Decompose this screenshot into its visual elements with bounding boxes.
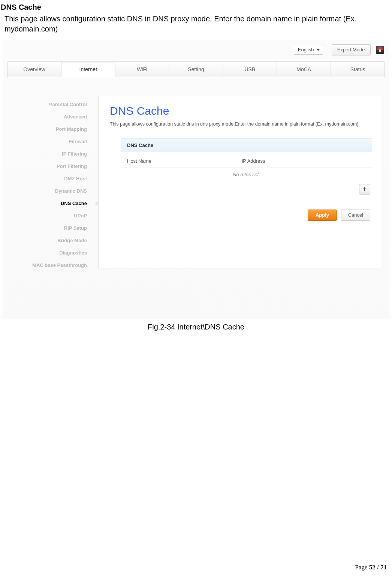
tab-setting[interactable]: Setting (169, 62, 223, 77)
page-footer: Page 52 / 71 (355, 564, 387, 571)
sidebar-item-diagnostics[interactable]: Diagnostics (3, 247, 98, 259)
tab-status[interactable]: Status (331, 62, 385, 77)
page-current: 52 (369, 564, 376, 571)
sidebar: Parental Control Advanced Port Mapping F… (3, 96, 98, 271)
language-select[interactable]: English (294, 45, 323, 55)
main-panel: DNS Cache This page allows configuration… (98, 96, 381, 268)
sidebar-item-parental-control[interactable]: Parental Control (3, 98, 98, 111)
panel-title: DNS Cache (110, 105, 372, 117)
tab-overview[interactable]: Overview (7, 62, 61, 77)
doc-heading: DNS Cache (0, 0, 392, 14)
panel-description: This page allows configuration static dn… (110, 120, 372, 128)
sidebar-item-upnp[interactable]: UPnP (3, 210, 98, 222)
apply-button[interactable]: Apply (308, 210, 337, 221)
sidebar-item-rip-setup[interactable]: RIP Setup (3, 222, 98, 234)
content-area: Parental Control Advanced Port Mapping F… (3, 96, 389, 271)
router-screenshot: English Expert Mode Overview Internet Wi… (2, 39, 390, 320)
sidebar-item-bridge-mode[interactable]: Bridge Mode (3, 234, 98, 247)
sidebar-item-dynamic-dns[interactable]: Dynamic DNS (3, 185, 98, 197)
add-row: + (121, 183, 372, 195)
plus-icon: + (363, 185, 367, 193)
top-bar: English Expert Mode (3, 40, 389, 59)
main-nav: Overview Internet WiFi Setting USB MoCA … (7, 61, 385, 77)
column-headers: Host Name IP Address (121, 152, 372, 168)
sidebar-item-ip-filtering[interactable]: IP Filtering (3, 148, 98, 160)
sidebar-item-dns-cache[interactable]: DNS Cache (3, 197, 98, 210)
sidebar-item-port-mapping[interactable]: Port Mapping (3, 123, 98, 135)
page-label: Page (355, 564, 369, 571)
sidebar-item-dmz-host[interactable]: DMZ Host (3, 172, 98, 185)
tab-wifi[interactable]: WiFi (115, 62, 169, 77)
sidebar-item-mac-passthrough[interactable]: MAC base Passthrough (3, 259, 98, 271)
action-buttons: Apply Cancel (121, 195, 372, 221)
tab-moca[interactable]: MoCA (277, 62, 331, 77)
add-button[interactable]: + (359, 184, 370, 195)
doc-intro: This page allows configuration static DN… (0, 14, 392, 39)
expert-mode-button[interactable]: Expert Mode (332, 44, 371, 55)
sidebar-item-port-filtering[interactable]: Port Filtering (3, 160, 98, 172)
empty-state: No rules set. (121, 168, 372, 183)
page-total: 71 (380, 564, 387, 571)
sidebar-item-advanced[interactable]: Advanced (3, 111, 98, 123)
section-header: DNS Cache (121, 138, 372, 152)
dashboard-icon[interactable] (376, 46, 384, 54)
tab-internet[interactable]: Internet (61, 62, 115, 77)
page-sep: / (376, 564, 380, 571)
figure-caption: Fig.2-34 Internet\DNS Cache (0, 323, 392, 331)
dns-cache-section: DNS Cache Host Name IP Address No rules … (121, 138, 372, 221)
cancel-button[interactable]: Cancel (341, 210, 370, 221)
tab-usb[interactable]: USB (223, 62, 277, 77)
sidebar-item-firewall[interactable]: Firewall (3, 135, 98, 148)
col-ip-address: IP Address (242, 158, 366, 164)
col-host-name: Host Name (127, 158, 242, 164)
